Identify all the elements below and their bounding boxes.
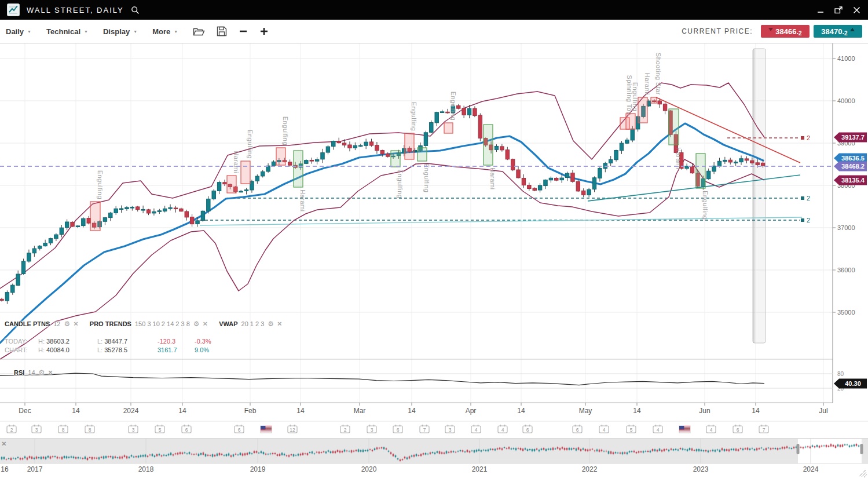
- pattern-box-engulfing: [626, 114, 635, 129]
- calendar-event-icon[interactable]: 2: [340, 425, 350, 433]
- calendar-event-icon[interactable]: 4: [498, 425, 507, 433]
- calendar-event-icon[interactable]: 7: [759, 425, 768, 433]
- x-axis-tick-label: 14: [296, 407, 305, 415]
- titlebar: WALL STREET, DAILY: [0, 0, 868, 20]
- pattern-box-engulfing: [696, 154, 705, 188]
- pattern-label: Spinning Top: [626, 75, 633, 115]
- pattern-label: Harami: [644, 73, 651, 95]
- calendar-event-icon[interactable]: 5: [155, 425, 164, 433]
- search-icon[interactable]: [131, 6, 140, 14]
- sell-price-button[interactable]: 38466.2: [761, 25, 810, 38]
- zoom-in-icon[interactable]: [259, 27, 269, 36]
- indicator-pro-trends: PRO TRENDS 150 3 10 2 14 2 3 8 ⚙ ×: [90, 320, 207, 327]
- chart-high: 40084.0: [46, 346, 69, 353]
- pattern-label: Engulfing: [397, 169, 404, 198]
- stats-chart-row: CHART: H: 40084.0 L: 35278.5 3161.7 9.0%: [5, 346, 225, 353]
- calendar-event-icon[interactable]: 5: [627, 425, 636, 433]
- pattern-label: Harami: [233, 151, 240, 173]
- pattern-box-engulfing: [417, 148, 427, 161]
- calendar-event-icon[interactable]: 6: [235, 425, 244, 433]
- event-count: 7: [763, 427, 766, 433]
- remove-indicator-icon[interactable]: ×: [203, 320, 208, 327]
- calendar-event-icon[interactable]: 6: [182, 425, 191, 433]
- x-axis-tick-label: 14: [72, 407, 80, 415]
- remove-indicator-icon[interactable]: ×: [74, 320, 78, 327]
- calendar-event-icon[interactable]: 3: [367, 425, 376, 433]
- open-folder-icon[interactable]: [193, 27, 205, 37]
- calendar-event-icon[interactable]: 8: [85, 425, 94, 433]
- event-count: 6: [185, 427, 188, 433]
- x-axis-tick-label: Feb: [244, 407, 257, 415]
- y-axis-tick-label: 35000: [837, 309, 855, 316]
- pattern-box-harami: [227, 176, 236, 193]
- x-axis-tick-label: Apr: [466, 407, 477, 415]
- buy-price-button[interactable]: 38470.2: [814, 25, 862, 38]
- moving-average: [0, 123, 763, 343]
- pattern-label: Engulfing: [702, 191, 709, 220]
- price-tag: [834, 154, 867, 163]
- us-flag-event-icon[interactable]: [679, 426, 690, 433]
- event-count: 3: [371, 427, 373, 433]
- chart-canvas: 222EngulfingHaramiEngulfingEngulfingHara…: [0, 0, 868, 478]
- event-count: 3: [35, 427, 38, 433]
- gear-icon[interactable]: ⚙: [268, 320, 274, 327]
- y-axis-tick-label: 40000: [837, 97, 855, 104]
- popout-icon[interactable]: [834, 6, 843, 14]
- session-stats: TODAY: H: 38603.2 L: 38447.7 -120.3 -0.3…: [5, 338, 225, 355]
- calendar-event-icon[interactable]: 4: [706, 425, 716, 433]
- navigator-selection[interactable]: [798, 439, 862, 464]
- remove-indicator-icon[interactable]: ×: [48, 368, 53, 376]
- calendar-event-icon[interactable]: 6: [393, 425, 402, 433]
- navigator-right-handle[interactable]: [860, 444, 863, 454]
- calendar-event-icon[interactable]: 3: [32, 425, 41, 433]
- calendar-event-icon[interactable]: 12: [288, 425, 297, 433]
- pattern-label: Harami: [675, 147, 682, 169]
- calendar-event-icon[interactable]: 2: [7, 425, 16, 433]
- navigator-track[interactable]: [0, 439, 868, 464]
- calendar-event-icon[interactable]: 4: [599, 425, 609, 433]
- calendar-event-icon[interactable]: 6: [733, 425, 742, 433]
- calendar-event-icon[interactable]: 6: [523, 425, 532, 433]
- navigator-close-button[interactable]: ×: [2, 439, 6, 448]
- menu-display[interactable]: Display ▼: [103, 27, 137, 36]
- pattern-box-harami: [294, 151, 303, 187]
- gear-icon[interactable]: ⚙: [64, 320, 70, 327]
- save-icon[interactable]: [217, 26, 227, 37]
- pattern-label: Harami: [299, 189, 306, 211]
- close-icon[interactable]: [852, 6, 861, 14]
- menu-daily-label: Daily: [6, 27, 24, 36]
- menu-more[interactable]: More ▼: [152, 27, 178, 36]
- event-count: 4: [710, 427, 713, 433]
- calendar-event-icon[interactable]: 3: [445, 425, 455, 433]
- chart-change-pct: 9.0%: [195, 346, 225, 353]
- calendar-event-icon[interactable]: 6: [573, 425, 582, 433]
- calendar-event-icon[interactable]: 7: [420, 425, 429, 433]
- calendar-event-icon[interactable]: 3: [129, 425, 138, 433]
- menu-daily[interactable]: Daily ▼: [6, 27, 31, 36]
- resize-grip-icon[interactable]: [859, 470, 867, 477]
- remove-indicator-icon[interactable]: ×: [277, 320, 282, 327]
- navigator-year-label: 16: [1, 465, 9, 473]
- gear-icon[interactable]: ⚙: [39, 369, 45, 376]
- calendar-event-icon[interactable]: 4: [471, 425, 481, 433]
- price-tag: [834, 379, 867, 389]
- arrow-down-icon: [768, 28, 773, 31]
- pattern-box-engulfing: [241, 161, 250, 184]
- stats-today-row: TODAY: H: 38603.2 L: 38447.7 -120.3 -0.3…: [5, 338, 225, 345]
- minimize-icon[interactable]: [816, 6, 825, 14]
- navigator-year-label: 2019: [250, 465, 266, 473]
- x-axis-tick-label: 14: [408, 407, 416, 415]
- navigator-left-handle[interactable]: [797, 444, 800, 454]
- menu-technical[interactable]: Technical ▼: [46, 27, 88, 36]
- calendar-event-icon[interactable]: 8: [58, 425, 68, 433]
- rsi-name: RSI: [14, 369, 24, 376]
- navigator-year-label: 2023: [693, 465, 709, 473]
- zoom-out-icon[interactable]: [239, 27, 248, 36]
- menu-technical-label: Technical: [46, 27, 80, 36]
- calendar-event-icon[interactable]: 4: [653, 425, 662, 433]
- deviation-label: 2: [807, 195, 810, 202]
- us-flag-event-icon[interactable]: [261, 426, 272, 433]
- lower-band: [0, 159, 764, 359]
- highlight-layer: [753, 49, 766, 343]
- gear-icon[interactable]: ⚙: [193, 320, 200, 327]
